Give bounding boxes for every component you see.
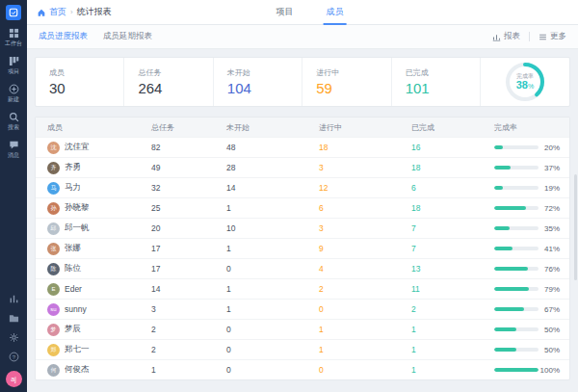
sidebar-help-button[interactable]: ? [9, 352, 19, 362]
progress-bar [494, 348, 539, 352]
sidebar-item-label: 项目 [8, 67, 19, 76]
report-tab[interactable]: 成员进度报表 [39, 31, 88, 42]
breadcrumb-separator: › [70, 8, 73, 16]
toolbar-actions: 报表更多 [492, 31, 566, 42]
total-tasks: 32 [140, 183, 215, 193]
table-row[interactable]: su sunny 3 1 0 2 67% [36, 299, 569, 319]
header-tab[interactable]: 成员 [324, 0, 347, 24]
workbench-icon [9, 28, 19, 39]
in-progress: 0 [307, 365, 400, 375]
stat-label: 未开始 [227, 67, 302, 78]
not-started: 0 [215, 365, 307, 375]
sidebar-item-label: 工作台 [5, 39, 22, 48]
total-tasks: 49 [140, 163, 215, 172]
progress-bar [494, 186, 539, 190]
table-row[interactable]: 陈 陈位 17 0 4 13 76% [36, 258, 569, 278]
scrollbar[interactable] [574, 174, 577, 280]
total-tasks: 82 [140, 143, 215, 152]
completion-rate: 67% [483, 305, 569, 314]
total-tasks: 1 [140, 365, 215, 375]
header-tab[interactable]: 项目 [274, 0, 297, 24]
completion-rate: 20% [483, 144, 569, 152]
table-row[interactable]: 马 马力 32 14 12 6 19% [36, 177, 569, 197]
sidebar-item-add[interactable]: 新建 [8, 84, 19, 104]
member-name: 张娜 [65, 243, 81, 254]
not-started: 1 [215, 304, 307, 314]
column-header[interactable]: 进行中 [307, 122, 400, 133]
in-progress: 2 [307, 284, 400, 294]
content: 成员 30 总任务 264 未开始 104 进行中 59 已完成 101 [27, 49, 578, 392]
sidebar-bottom: ? [9, 294, 19, 362]
column-header[interactable]: 成员 [36, 122, 140, 133]
member-avatar: 陈 [47, 263, 60, 275]
column-header[interactable]: 完成率 [483, 122, 569, 133]
sidebar-item-message[interactable]: 消息 [8, 140, 19, 160]
completed: 11 [400, 284, 483, 294]
breadcrumb-home[interactable]: 首页 [37, 6, 66, 18]
table-row[interactable]: 张 张娜 17 1 9 7 41% [36, 238, 569, 258]
sidebar-item-search[interactable]: 搜索 [8, 112, 19, 132]
column-header[interactable]: 总任务 [140, 122, 215, 133]
project-icon [9, 56, 19, 66]
breadcrumb: 首页 › 统计报表 [37, 6, 112, 18]
app-logo[interactable] [6, 5, 21, 20]
not-started: 14 [215, 183, 307, 193]
member-cell: 孙 孙晓黎 [36, 202, 140, 215]
in-progress: 3 [307, 163, 400, 172]
message-icon [9, 140, 19, 150]
total-tasks: 25 [140, 203, 215, 213]
table-row[interactable]: 孙 孙晓黎 25 1 6 18 72% [36, 197, 569, 218]
chart-icon [492, 33, 501, 41]
add-icon [9, 84, 19, 94]
summary-stat: 进行中 59 [302, 58, 391, 106]
action-more[interactable]: 更多 [539, 31, 566, 42]
completed: 1 [400, 365, 483, 375]
member-cell: 郑 郑七一 [36, 344, 140, 356]
not-started: 0 [215, 325, 307, 334]
in-progress: 9 [307, 244, 400, 253]
table-row[interactable]: 邱 邱一帆 20 10 3 7 35% [36, 218, 569, 238]
in-progress: 6 [307, 203, 400, 213]
progress-percent: 50% [544, 346, 560, 354]
progress-percent: 35% [544, 224, 560, 233]
member-name: 陈位 [65, 263, 81, 274]
stat-value: 59 [316, 80, 390, 96]
summary-stat: 未开始 104 [214, 58, 302, 106]
action-chart[interactable]: 报表 [492, 31, 520, 42]
user-avatar[interactable]: aj [6, 371, 22, 387]
completed: 18 [400, 203, 483, 213]
not-started: 1 [215, 284, 307, 294]
progress-percent: 19% [544, 184, 560, 193]
progress-bar [494, 166, 539, 170]
members-table: 成员总任务未开始进行中已完成完成率 沈 沈佳宜 82 48 18 16 20% … [35, 117, 570, 380]
sidebar-folder-button[interactable] [9, 313, 19, 324]
help-icon: ? [9, 352, 19, 362]
table-row[interactable]: 郑 郑七一 2 0 1 1 50% [36, 339, 569, 359]
stat-value: 104 [227, 80, 302, 96]
table-row[interactable]: E Eder 14 1 2 11 79% [36, 278, 569, 299]
progress-percent: 76% [544, 265, 560, 274]
sidebar-report-button[interactable] [9, 294, 19, 304]
table-row[interactable]: 何 何俊杰 1 0 0 1 100% [36, 359, 569, 379]
sidebar-gear-button[interactable] [9, 332, 19, 343]
summary-stats: 成员 30 总任务 264 未开始 104 进行中 59 已完成 101 [36, 58, 481, 106]
completed: 7 [400, 223, 483, 233]
table-row[interactable]: 沈 沈佳宜 82 48 18 16 20% [36, 137, 569, 157]
member-cell: 邱 邱一帆 [36, 222, 140, 235]
table-row[interactable]: 梦 梦辰 2 0 1 1 50% [36, 319, 569, 339]
member-cell: 马 马力 [36, 182, 140, 195]
progress-percent: 79% [544, 285, 560, 294]
member-cell: 何 何俊杰 [36, 364, 140, 377]
table-row[interactable]: 齐 齐勇 49 28 3 18 37% [36, 157, 569, 177]
report-icon [9, 294, 19, 304]
sidebar-item-workbench[interactable]: 工作台 [5, 28, 22, 48]
report-tab[interactable]: 成员延期报表 [103, 31, 152, 42]
sidebar-item-label: 搜索 [8, 123, 19, 132]
sidebar-item-project[interactable]: 项目 [8, 56, 19, 76]
column-header[interactable]: 未开始 [215, 122, 307, 133]
total-tasks: 3 [140, 304, 215, 314]
column-header[interactable]: 已完成 [400, 122, 483, 133]
not-started: 1 [215, 203, 307, 213]
progress-bar [494, 145, 539, 149]
progress-percent: 37% [544, 164, 560, 172]
